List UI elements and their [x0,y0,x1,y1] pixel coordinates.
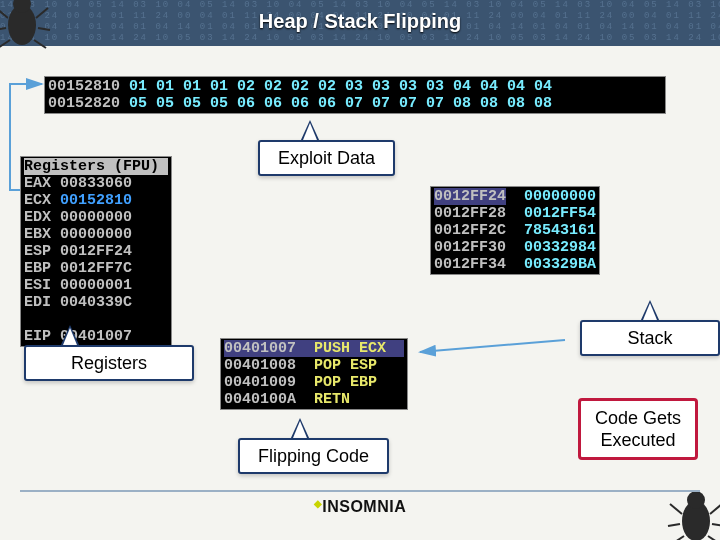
bug-decoration-tl [0,0,52,50]
slide-header: 14 03 10 04 05 14 03 10 04 05 14 03 10 0… [0,0,720,46]
svg-line-5 [38,28,50,30]
exploit-data-pointer [300,120,320,142]
memory-dump: 00152810 01 01 01 01 02 02 02 02 03 03 0… [44,76,666,114]
svg-line-6 [0,40,10,48]
code-executed-label: Code Gets Executed [578,398,698,460]
stack-panel: 0012FF24 00000000 0012FF28 0012FF54 0012… [430,186,600,275]
svg-line-12 [668,524,680,526]
registers-pointer [60,325,80,347]
registers-label: Registers [24,345,194,381]
flipping-code-pointer [290,418,310,440]
svg-line-2 [0,8,8,18]
exploit-data-label: Exploit Data [258,140,395,176]
disassembly-panel: 00401007 PUSH ECX 00401008 POP ESP 00401… [220,338,408,410]
registers-panel: Registers (FPU) EAX 00833060 ECX 0015281… [20,156,172,347]
svg-line-13 [712,524,720,526]
slide-title: Heap / Stack Flipping [0,10,720,33]
footer-logo: ◆INSOMNIA [0,498,720,516]
stack-label: Stack [580,320,720,356]
svg-line-7 [34,40,46,48]
svg-line-14 [672,536,684,540]
svg-line-3 [36,8,48,18]
stack-pointer [640,300,660,322]
svg-line-4 [0,28,6,30]
footer-divider [20,490,700,492]
svg-line-15 [708,536,720,540]
flipping-code-label: Flipping Code [238,438,389,474]
